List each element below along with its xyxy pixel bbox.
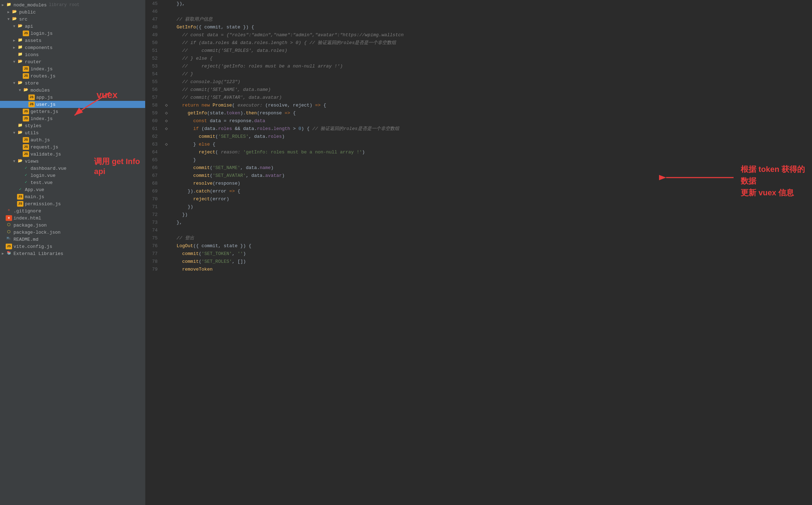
tree-item-styles[interactable]: 📁 styles xyxy=(0,122,145,129)
vue-icon: ✓ xyxy=(17,187,23,192)
line-gutter xyxy=(163,47,170,55)
line-number: 70 xyxy=(146,195,163,203)
tree-item-permission-js[interactable]: JS permission.js xyxy=(0,200,145,207)
code-line-79: 79 removeToken xyxy=(146,266,812,273)
tree-item-gitignore[interactable]: ⊙ .gitignore xyxy=(0,207,145,215)
tree-item-getters-js[interactable]: JS getters.js xyxy=(0,108,145,115)
line-code: }) xyxy=(170,211,812,219)
line-code xyxy=(170,227,812,234)
tree-label: utils xyxy=(25,130,39,136)
line-number: 54 xyxy=(146,70,163,78)
code-line-67: 67 commit('SET_AVATAR', data.avatar) xyxy=(146,172,812,180)
js-icon: JS xyxy=(23,66,29,72)
line-gutter xyxy=(163,242,170,250)
folder-icon: 📁 xyxy=(6,2,12,8)
folder-icon: 📂 xyxy=(17,59,23,65)
folder-icon: 📂 xyxy=(17,80,23,86)
line-code: }, xyxy=(170,219,812,227)
line-gutter: ◇ xyxy=(163,125,170,133)
tree-item-node_modules[interactable]: ▶ 📁 node_modules library root xyxy=(0,1,145,9)
line-gutter xyxy=(163,172,170,180)
line-code: // } xyxy=(170,70,812,78)
code-line-57: 57 // commit('SET_AVATAR', data.avatar) xyxy=(146,94,812,102)
line-number: 59 xyxy=(146,109,163,117)
tree-item-readme[interactable]: M↓ README.md xyxy=(0,236,145,243)
tree-item-store-index-js[interactable]: JS index.js xyxy=(0,115,145,122)
file-tree-sidebar[interactable]: ▶ 📁 node_modules library root ▶ 📂 public… xyxy=(0,0,146,505)
tree-item-vite-config[interactable]: JS vite.config.js xyxy=(0,243,145,250)
tree-item-auth-js[interactable]: JS auth.js xyxy=(0,136,145,143)
tree-item-external-libraries[interactable]: ▶ 📚 External Libraries xyxy=(0,250,145,257)
tree-item-views[interactable]: ▼ 📂 views xyxy=(0,158,145,165)
tree-item-request-js[interactable]: JS request.js xyxy=(0,143,145,151)
line-gutter xyxy=(163,86,170,94)
code-line-74: 74 xyxy=(146,227,812,234)
tree-item-dashboard-vue[interactable]: ✓ dashboard.vue xyxy=(0,165,145,172)
tree-item-icons[interactable]: 📁 icons xyxy=(0,51,145,58)
tree-item-package-lock-json[interactable]: ⬡ package-lock.json xyxy=(0,229,145,236)
tree-item-src[interactable]: ▼ 📂 src xyxy=(0,16,145,23)
line-number: 64 xyxy=(146,148,163,156)
tree-item-login-vue[interactable]: ✓ login.vue xyxy=(0,172,145,179)
tree-label: public xyxy=(19,10,36,15)
tree-label: router xyxy=(25,59,42,65)
tree-item-public[interactable]: ▶ 📂 public xyxy=(0,9,145,16)
line-code: // console.log("123") xyxy=(170,78,812,86)
tree-item-utils[interactable]: ▼ 📂 utils xyxy=(0,129,145,136)
line-number: 58 xyxy=(146,102,163,109)
line-number: 45 xyxy=(146,0,163,8)
code-line-54: 54 // } xyxy=(146,70,812,78)
code-line-66: 66 commit('SET_NAME', data.name) xyxy=(146,164,812,172)
collapse-arrow: ▶ xyxy=(0,3,6,7)
line-code: LogOut({ commit, state }) { xyxy=(170,242,812,250)
tree-item-router[interactable]: ▼ 📂 router xyxy=(0,58,145,65)
tree-label: styles xyxy=(25,123,42,129)
tree-item-validate-js[interactable]: JS validate.js xyxy=(0,151,145,158)
line-code: // commit('SET_ROLES', data.roles) xyxy=(170,47,812,55)
line-gutter xyxy=(163,39,170,47)
tree-item-user-js[interactable]: JS user.js xyxy=(0,101,145,108)
tree-label: api xyxy=(25,24,33,29)
tree-item-app-js[interactable]: JS app.js xyxy=(0,94,145,101)
code-line-63: 63 ◇ } else { xyxy=(146,141,812,148)
line-code: removeToken xyxy=(170,266,812,273)
js-icon: JS xyxy=(23,137,29,143)
tree-item-index-html[interactable]: H index.html xyxy=(0,215,145,222)
tree-item-api[interactable]: ▼ 📂 api xyxy=(0,23,145,30)
tree-label: validate.js xyxy=(31,152,61,157)
tree-label: package-lock.json xyxy=(13,230,61,235)
tree-label: package.json xyxy=(13,223,47,228)
tree-item-routes-js[interactable]: JS routes.js xyxy=(0,72,145,80)
line-number: 76 xyxy=(146,242,163,250)
tree-item-assets[interactable]: ▶ 📁 assets xyxy=(0,37,145,44)
tree-item-modules[interactable]: ▼ 📂 modules xyxy=(0,87,145,94)
tree-label: login.vue xyxy=(31,173,55,178)
line-number: 63 xyxy=(146,141,163,148)
line-gutter xyxy=(163,70,170,78)
code-line-69: 69 }).catch(error => { xyxy=(146,188,812,195)
tree-item-package-json[interactable]: ⬡ package.json xyxy=(0,222,145,229)
line-gutter xyxy=(163,211,170,219)
code-editor[interactable]: 45 }), 46 47 // 获取用户信息 48 GetInfo( xyxy=(146,0,812,505)
line-number: 62 xyxy=(146,133,163,141)
tree-item-store[interactable]: ▼ 📂 store xyxy=(0,80,145,87)
collapse-arrow: ▼ xyxy=(6,17,11,21)
line-number: 66 xyxy=(146,164,163,172)
code-line-49: 49 // const data = {"roles":"admin","nam… xyxy=(146,31,812,39)
tree-item-app-vue[interactable]: ✓ App.vue xyxy=(0,186,145,193)
tree-label: src xyxy=(19,17,27,22)
tree-item-main-js[interactable]: JS main.js xyxy=(0,193,145,200)
tree-label: App.vue xyxy=(25,187,44,192)
line-code: commit('SET_ROLES', data.roles) xyxy=(170,133,812,141)
tree-item-components[interactable]: ▶ 📁 components xyxy=(0,44,145,51)
tree-item-test-vue[interactable]: ✓ test.vue xyxy=(0,179,145,186)
tree-item-router-index-js[interactable]: JS index.js xyxy=(0,65,145,72)
tree-label: auth.js xyxy=(31,137,50,143)
code-line-56: 56 // commit('SET_NAME', data.name) xyxy=(146,86,812,94)
line-number: 69 xyxy=(146,188,163,195)
code-line-68: 68 resolve(response) xyxy=(146,180,812,188)
line-number: 74 xyxy=(146,227,163,234)
tree-item-login-js[interactable]: JS login.js xyxy=(0,30,145,37)
code-line-58: 58 ◇ return new Promise( executor: (reso… xyxy=(146,102,812,109)
code-line-61: 61 ◇ if (data.roles && data.roles.length… xyxy=(146,125,812,133)
